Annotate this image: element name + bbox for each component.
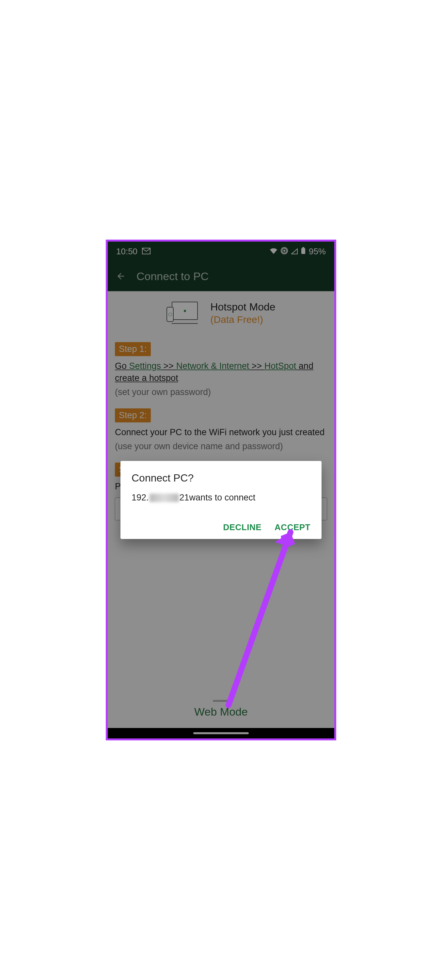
accept-button[interactable]: ACCEPT (275, 522, 310, 533)
connect-pc-dialog: Connect PC? 192. 21 wants to connect DEC… (121, 461, 321, 539)
dialog-ip-prefix: 192. (132, 493, 149, 503)
dialog-ip-redacted (149, 493, 179, 502)
screen: 10:50 95% (108, 242, 334, 738)
dialog-ip-suffix: 21 (180, 493, 189, 503)
device-frame: 10:50 95% (106, 240, 336, 740)
decline-button[interactable]: DECLINE (223, 522, 261, 533)
dialog-title: Connect PC? (132, 472, 310, 484)
dialog-msg-suffix: wants to connect (189, 493, 256, 503)
dialog-message: 192. 21 wants to connect (132, 493, 310, 503)
